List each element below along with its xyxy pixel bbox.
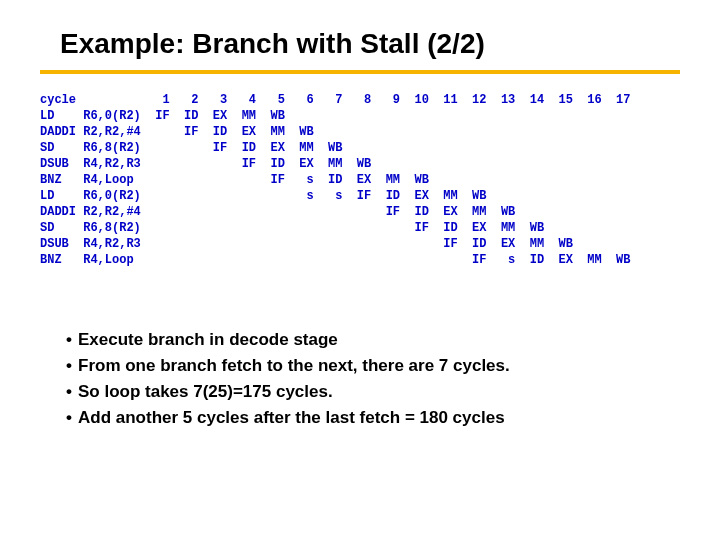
pipeline-row: DSUB R4,R2,R3 IF ID EX MM WB xyxy=(40,156,645,172)
pipeline-row: DADDI R2,R2,#4 IF ID EX MM WB xyxy=(40,124,645,140)
bullet-item: •So loop takes 7(25)=175 cycles. xyxy=(60,382,510,402)
slide-title: Example: Branch with Stall (2/2) xyxy=(60,28,485,60)
pipeline-row: LD R6,0(R2) IF ID EX MM WB xyxy=(40,108,645,124)
bullet-text: Execute branch in decode stage xyxy=(78,330,338,350)
pipeline-row: DSUB R4,R2,R3 IF ID EX MM WB xyxy=(40,236,645,252)
pipeline-header: cycle 1 2 3 4 5 6 7 8 9 10 11 12 13 14 1… xyxy=(40,92,645,108)
pipeline-table: cycle 1 2 3 4 5 6 7 8 9 10 11 12 13 14 1… xyxy=(40,92,645,268)
bullet-item: •From one branch fetch to the next, ther… xyxy=(60,356,510,376)
bullet-dot: • xyxy=(60,330,78,350)
pipeline-row: DADDI R2,R2,#4 IF ID EX MM WB xyxy=(40,204,645,220)
bullet-text: Add another 5 cycles after the last fetc… xyxy=(78,408,505,428)
pipeline-row: SD R6,8(R2) IF ID EX MM WB xyxy=(40,220,645,236)
title-underline xyxy=(40,70,680,74)
bullet-dot: • xyxy=(60,356,78,376)
pipeline-row: BNZ R4,Loop IF s ID EX MM WB xyxy=(40,252,645,268)
pipeline-row: BNZ R4,Loop IF s ID EX MM WB xyxy=(40,172,645,188)
pipeline-row: SD R6,8(R2) IF ID EX MM WB xyxy=(40,140,645,156)
bullet-list: •Execute branch in decode stage•From one… xyxy=(60,330,510,434)
bullet-text: So loop takes 7(25)=175 cycles. xyxy=(78,382,333,402)
bullet-text: From one branch fetch to the next, there… xyxy=(78,356,510,376)
bullet-item: •Add another 5 cycles after the last fet… xyxy=(60,408,510,428)
bullet-item: •Execute branch in decode stage xyxy=(60,330,510,350)
bullet-dot: • xyxy=(60,382,78,402)
pipeline-row: LD R6,0(R2) s s IF ID EX MM WB xyxy=(40,188,645,204)
bullet-dot: • xyxy=(60,408,78,428)
